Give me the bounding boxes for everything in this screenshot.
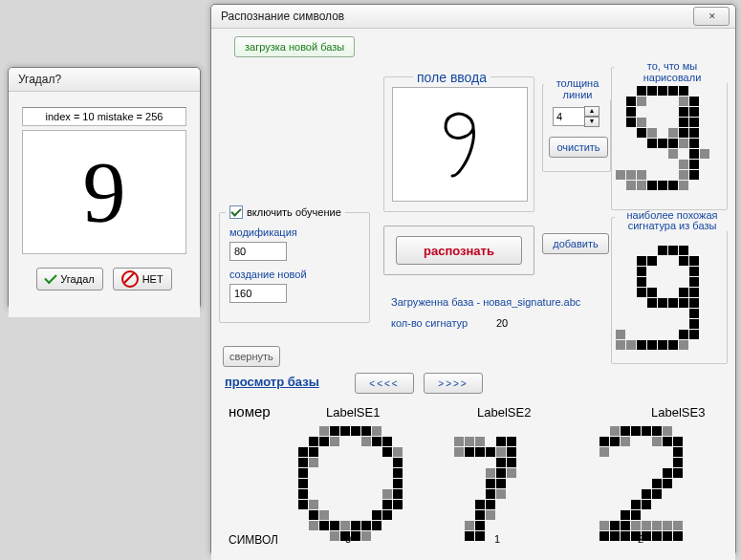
svg-rect-104 (309, 510, 318, 520)
result-titlebar[interactable]: Угадал? (9, 68, 200, 92)
svg-rect-29 (679, 160, 688, 169)
svg-rect-143 (465, 521, 474, 530)
svg-rect-85 (382, 437, 392, 446)
svg-rect-6 (637, 97, 646, 106)
no-icon (121, 270, 139, 288)
recognize-button[interactable]: распознать (396, 236, 522, 265)
svg-rect-178 (663, 521, 672, 530)
thickness-spinner[interactable]: ▲ ▼ (553, 106, 599, 127)
svg-rect-131 (507, 458, 516, 467)
svg-rect-159 (599, 447, 609, 457)
svg-rect-97 (298, 489, 308, 499)
svg-rect-79 (372, 426, 381, 436)
svg-rect-11 (689, 107, 699, 117)
svg-rect-90 (298, 458, 308, 467)
collapse-button[interactable]: свернуть (223, 346, 280, 367)
close-button[interactable]: ✕ (693, 7, 730, 26)
svg-rect-94 (393, 468, 403, 478)
prev-button[interactable]: <<<< (355, 373, 414, 394)
collapse-label: свернуть (229, 351, 273, 362)
svg-rect-14 (679, 118, 688, 127)
input-group: поле ввода (383, 76, 534, 212)
svg-rect-148 (621, 426, 630, 436)
svg-rect-23 (668, 139, 678, 148)
spin-down-icon[interactable]: ▼ (584, 117, 599, 127)
svg-rect-100 (298, 500, 308, 509)
svg-rect-33 (637, 170, 646, 180)
svg-rect-7 (679, 97, 688, 106)
svg-rect-147 (610, 426, 620, 436)
svg-rect-27 (689, 149, 699, 159)
mod-input[interactable] (229, 242, 287, 261)
svg-rect-47 (679, 256, 688, 266)
svg-rect-49 (637, 267, 646, 276)
browse-title[interactable]: просмотр базы (225, 375, 319, 389)
svg-rect-115 (330, 531, 339, 541)
svg-rect-137 (486, 489, 495, 499)
svg-rect-138 (496, 489, 506, 499)
next-label: >>>> (438, 378, 468, 389)
svg-rect-187 (673, 531, 683, 541)
svg-rect-181 (610, 531, 620, 541)
svg-rect-167 (652, 489, 662, 499)
svg-rect-62 (689, 309, 699, 318)
best-group: наиболее похожая сигнатура из базы (611, 217, 728, 364)
svg-rect-89 (393, 447, 403, 457)
svg-rect-123 (507, 437, 516, 446)
svg-rect-170 (621, 510, 630, 520)
best-pixmap (616, 235, 721, 353)
clear-button[interactable]: очистить (549, 137, 608, 158)
svg-rect-157 (663, 437, 672, 446)
svg-rect-122 (496, 437, 506, 446)
svg-rect-68 (626, 340, 636, 350)
recognize-label: распознать (424, 244, 494, 258)
svg-rect-75 (330, 426, 339, 436)
svg-rect-99 (393, 489, 403, 499)
svg-rect-50 (689, 267, 699, 276)
draw-canvas[interactable] (392, 87, 528, 202)
main-titlebar[interactable]: Распознание символов ✕ (211, 5, 735, 29)
svg-rect-39 (658, 181, 667, 190)
svg-rect-119 (454, 437, 464, 446)
svg-rect-45 (637, 256, 646, 266)
svg-rect-156 (652, 437, 662, 446)
svg-rect-21 (647, 139, 657, 148)
svg-rect-9 (626, 107, 636, 117)
svg-rect-128 (496, 447, 506, 457)
svg-rect-80 (309, 437, 318, 446)
svg-rect-73 (679, 340, 688, 350)
labelse1: LabelSE1 (326, 405, 380, 420)
svg-rect-109 (319, 521, 329, 530)
no-button[interactable]: НЕТ (113, 268, 172, 291)
svg-rect-67 (616, 340, 625, 350)
train-checkbox-label: включить обучение (247, 206, 341, 218)
svg-rect-70 (647, 340, 657, 350)
svg-rect-101 (309, 500, 318, 509)
svg-rect-163 (673, 468, 683, 478)
svg-rect-81 (319, 437, 329, 446)
thickness-group: толщина линии ▲ ▼ очистить (542, 84, 611, 172)
spin-up-icon[interactable]: ▲ (584, 106, 599, 117)
result-digit: 9 (22, 130, 186, 254)
yes-button[interactable]: Угадал (36, 268, 102, 291)
load-db-tab[interactable]: загрузка новой базы (234, 36, 355, 57)
svg-rect-44 (679, 246, 688, 255)
thickness-input[interactable] (553, 107, 585, 126)
svg-rect-1 (647, 86, 657, 96)
create-input[interactable] (229, 284, 287, 303)
add-button[interactable]: добавить (542, 233, 609, 254)
svg-rect-176 (642, 521, 651, 530)
svg-rect-52 (689, 277, 699, 287)
train-checkbox[interactable] (229, 205, 243, 219)
svg-rect-111 (340, 521, 350, 530)
next-button[interactable]: >>>> (424, 373, 483, 394)
no-label: НЕТ (142, 273, 163, 285)
svg-rect-154 (610, 437, 620, 446)
svg-rect-171 (631, 510, 641, 520)
svg-rect-151 (652, 426, 662, 436)
prev-label: <<<< (369, 378, 399, 389)
svg-rect-60 (679, 298, 688, 308)
load-db-label: загрузка новой базы (245, 41, 344, 53)
svg-rect-107 (382, 510, 392, 520)
svg-rect-135 (486, 479, 495, 488)
